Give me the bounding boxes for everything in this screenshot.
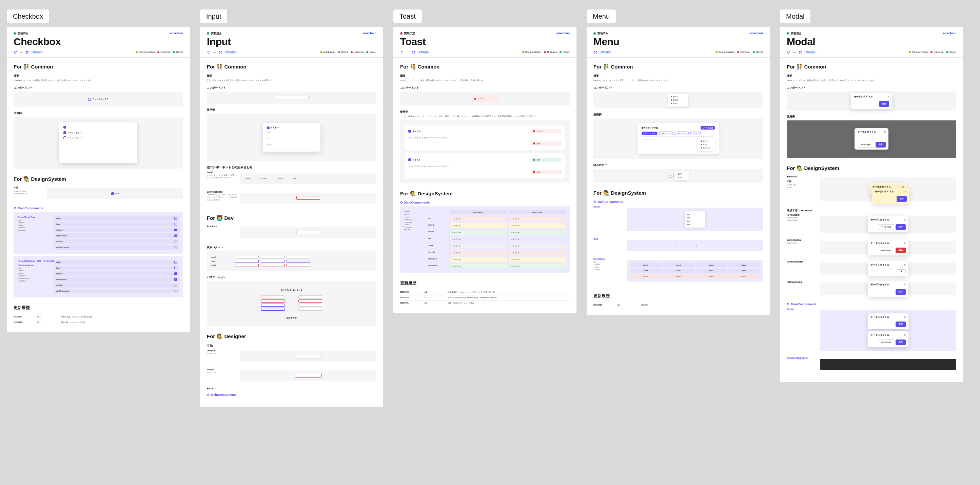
svg-rect-33 bbox=[800, 51, 801, 52]
svg-rect-6 bbox=[27, 52, 28, 53]
component-preview: チェックボックス bbox=[14, 92, 183, 107]
grid-icon[interactable] bbox=[25, 50, 29, 54]
svg-point-30 bbox=[794, 52, 795, 52]
dots-icon[interactable] bbox=[792, 50, 796, 54]
sub-component: コンポーネント bbox=[14, 86, 183, 89]
svg-rect-23 bbox=[401, 202, 403, 204]
page-title: Toast bbox=[400, 36, 426, 48]
svg-point-31 bbox=[795, 52, 796, 52]
svg-rect-28 bbox=[594, 200, 596, 203]
menu-sample[interactable]: 案件A 案件B 案件C bbox=[668, 94, 688, 107]
status-badge: 実装済み bbox=[14, 32, 61, 35]
svg-point-1 bbox=[21, 52, 22, 52]
svg-point-18 bbox=[409, 52, 409, 52]
main-components-link[interactable]: MainComponents bbox=[14, 207, 183, 210]
page-title: Menu bbox=[593, 36, 619, 48]
board-toast[interactable]: Toast 実装予定 Toast enechain eTender Docume… bbox=[393, 10, 576, 313]
board-input[interactable]: Input 実装済み Input enechain eTender AutoLa… bbox=[200, 10, 383, 407]
board-tag[interactable]: Modal bbox=[780, 10, 810, 24]
history-table: 2023/10/04v1.22ndDS 検証。プロパティ名や余白を更新 2023… bbox=[14, 315, 183, 324]
svg-rect-24 bbox=[594, 51, 595, 52]
svg-rect-3 bbox=[26, 51, 27, 52]
tool-documentation[interactable]: Documentation bbox=[136, 51, 154, 53]
dots-icon[interactable] bbox=[19, 50, 23, 54]
sample-input[interactable] bbox=[275, 95, 309, 99]
grid-icon[interactable] bbox=[218, 50, 222, 54]
svg-rect-7 bbox=[14, 207, 16, 209]
svg-rect-32 bbox=[799, 51, 800, 52]
svg-rect-36 bbox=[787, 303, 789, 305]
dots-icon[interactable] bbox=[213, 50, 216, 54]
board-menu[interactable]: Menu 実装済み Menu enechain eTender Document… bbox=[587, 10, 770, 315]
refresh-icon[interactable] bbox=[207, 50, 211, 54]
pattern-panel: default focus invalid bbox=[207, 251, 376, 271]
svg-rect-25 bbox=[595, 51, 597, 52]
svg-point-8 bbox=[213, 52, 214, 52]
svg-point-29 bbox=[793, 52, 794, 52]
page-title: Input bbox=[207, 36, 231, 48]
sub-overview: 概要 bbox=[14, 74, 183, 78]
header: 実装済み Checkbox enechain eTender Documenta… bbox=[7, 27, 190, 58]
page-title: Modal bbox=[787, 36, 815, 48]
canvas[interactable]: Checkbox 実装済み Checkbox enechain eTender … bbox=[7, 10, 973, 407]
etender-chip[interactable]: eTender bbox=[31, 51, 43, 54]
close-icon[interactable]: × bbox=[888, 95, 889, 99]
svg-rect-35 bbox=[800, 52, 801, 53]
svg-point-0 bbox=[20, 52, 21, 52]
tool-owner[interactable]: Owner bbox=[173, 51, 183, 53]
brand-link[interactable]: enechain bbox=[170, 32, 183, 35]
svg-point-16 bbox=[407, 52, 407, 52]
svg-rect-20 bbox=[414, 51, 415, 52]
refresh-icon[interactable] bbox=[14, 50, 17, 54]
board-tag[interactable]: Checkbox bbox=[7, 10, 49, 24]
grid-icon[interactable] bbox=[593, 50, 597, 54]
svg-rect-15 bbox=[207, 393, 210, 396]
svg-rect-14 bbox=[220, 52, 221, 53]
svg-rect-4 bbox=[27, 51, 28, 52]
component-preview bbox=[207, 92, 376, 104]
tool-unknown[interactable]: Unknown bbox=[158, 51, 170, 53]
board-checkbox[interactable]: Checkbox 実装済み Checkbox enechain eTender … bbox=[7, 10, 190, 332]
board-tag[interactable]: Input bbox=[200, 10, 227, 24]
refresh-icon[interactable] bbox=[400, 50, 404, 54]
svg-point-2 bbox=[22, 52, 23, 52]
usage-preview: チェックボックス チェックボックス bbox=[14, 117, 183, 169]
cb-label: チェックボックス bbox=[92, 98, 108, 101]
svg-rect-5 bbox=[26, 52, 27, 53]
menu-demo-card: 案件シナリオ作成シナリオ作成 ベースシナリオ 高騰シナリオ 下落シナリオ カスタ… bbox=[638, 123, 719, 154]
svg-rect-27 bbox=[595, 52, 597, 53]
sub-usage: 使用例 bbox=[14, 111, 183, 115]
svg-point-10 bbox=[215, 52, 216, 52]
ds-sot: FormCheckBox_SOT_FormRadioButton CheckBo… bbox=[14, 256, 183, 297]
svg-rect-19 bbox=[412, 51, 414, 52]
ds-formcheckbox: FormCheckBoxstate└ default└ hover└ check… bbox=[14, 212, 183, 254]
svg-point-17 bbox=[407, 52, 408, 52]
svg-rect-13 bbox=[219, 52, 220, 53]
tool-icons: eTender bbox=[14, 50, 43, 54]
svg-rect-11 bbox=[219, 51, 220, 52]
page-title: Checkbox bbox=[14, 36, 61, 48]
dots-icon[interactable] bbox=[406, 50, 410, 54]
svg-point-9 bbox=[214, 52, 215, 52]
refresh-icon[interactable] bbox=[787, 50, 791, 54]
svg-rect-22 bbox=[414, 52, 415, 53]
modal-sample: モーダルタイトル× 保存 bbox=[851, 93, 892, 109]
board-modal[interactable]: Modal 実装済み Modal enechain eTender Docume… bbox=[780, 10, 963, 382]
svg-rect-34 bbox=[799, 52, 800, 53]
board-tag[interactable]: Toast bbox=[393, 10, 422, 24]
section-common: For 🧑‍🤝‍🧑 Common bbox=[14, 64, 183, 70]
section-history: 更新履歴 bbox=[14, 305, 183, 311]
svg-rect-21 bbox=[412, 52, 414, 53]
svg-rect-12 bbox=[220, 51, 221, 52]
grid-icon[interactable] bbox=[412, 50, 415, 54]
section-design: For 🧑‍🎨 DesignSystem bbox=[14, 176, 183, 182]
board-tag[interactable]: Menu bbox=[587, 10, 616, 24]
page: 実装済み Checkbox enechain eTender Documenta… bbox=[7, 27, 190, 332]
variation-panel: 見た目のバリエーション 組み合わせ bbox=[207, 281, 376, 326]
overview-text: Checkbox はユーザーが複数の選択肢からひとつ以上を選ぶ UI コンポーネ… bbox=[14, 79, 183, 83]
usage-preview: タイトル 名前 メール 会社名 bbox=[207, 114, 376, 161]
svg-rect-26 bbox=[594, 52, 595, 53]
grid-icon[interactable] bbox=[798, 50, 802, 54]
